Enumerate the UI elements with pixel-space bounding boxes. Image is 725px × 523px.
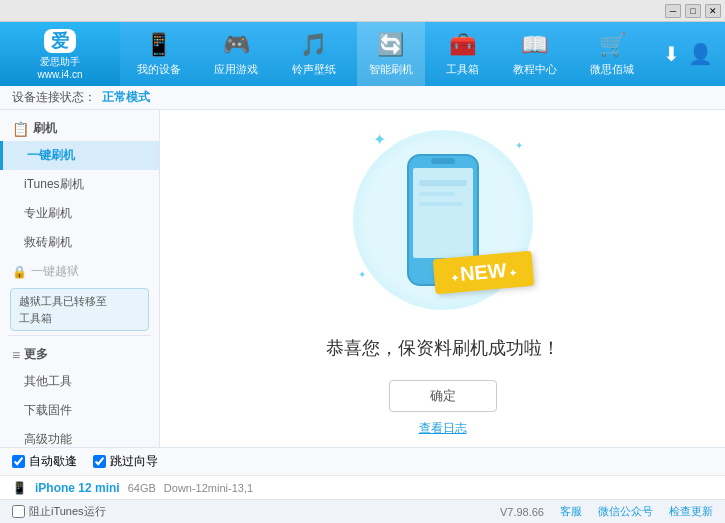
bottom-right: V7.98.66 客服 微信公众号 检查更新 bbox=[500, 504, 713, 519]
svg-rect-2 bbox=[431, 158, 455, 164]
skip-wizard-checkbox[interactable]: 跳过向导 bbox=[93, 453, 158, 470]
nav-items: 📱 我的设备 🎮 应用游戏 🎵 铃声壁纸 🔄 智能刷机 🧰 工具箱 📖 bbox=[120, 22, 651, 86]
nav-toolbox[interactable]: 🧰 工具箱 bbox=[434, 22, 491, 86]
nav-apps-games-label: 应用游戏 bbox=[214, 62, 258, 77]
device-phone-icon: 📱 bbox=[12, 481, 27, 495]
auto-close-checkbox[interactable]: 自动歇逢 bbox=[12, 453, 77, 470]
one-click-flash-label: 一键刷机 bbox=[27, 148, 75, 162]
nav-toolbox-label: 工具箱 bbox=[446, 62, 479, 77]
auto-close-input[interactable] bbox=[12, 455, 25, 468]
advanced-label: 高级功能 bbox=[24, 432, 72, 446]
close-button[interactable]: ✕ bbox=[705, 4, 721, 18]
connection-status-bar: 设备连接状态： 正常模式 bbox=[0, 86, 725, 110]
svg-rect-4 bbox=[419, 180, 467, 186]
sidebar-item-pro-flash[interactable]: 专业刷机 bbox=[0, 199, 159, 228]
sidebar-item-other-tools[interactable]: 其他工具 bbox=[0, 367, 159, 396]
nav-wechat-store[interactable]: 🛒 微思佰城 bbox=[578, 22, 646, 86]
nav-ringtone-label: 铃声壁纸 bbox=[292, 62, 336, 77]
nav-smart-flash[interactable]: 🔄 智能刷机 bbox=[357, 22, 425, 86]
check-update-link[interactable]: 检查更新 bbox=[669, 504, 713, 519]
nav-my-device[interactable]: 📱 我的设备 bbox=[125, 22, 193, 86]
svg-rect-6 bbox=[419, 202, 463, 206]
sidebar-section-flash: 📋 刷机 bbox=[0, 114, 159, 141]
logo-area: 爱 爱思助手 www.i4.cn bbox=[0, 22, 120, 86]
sidebar-divider bbox=[8, 335, 151, 336]
sidebar-item-download-firmware[interactable]: 下载固件 bbox=[0, 396, 159, 425]
device-bar: 📱 iPhone 12 mini 64GB Down-12mini-13,1 bbox=[0, 475, 725, 499]
smart-flash-icon: 🔄 bbox=[377, 32, 404, 58]
title-bar: ─ □ ✕ bbox=[0, 0, 725, 22]
jailbreak-info-box: 越狱工具已转移至工具箱 bbox=[10, 288, 149, 331]
app-window: ─ □ ✕ 爱 爱思助手 www.i4.cn 📱 我的设备 🎮 应用游戏 🎵 铃… bbox=[0, 0, 725, 523]
device-model: Down-12mini-13,1 bbox=[164, 482, 253, 494]
nav-apps-games[interactable]: 🎮 应用游戏 bbox=[202, 22, 270, 86]
nav-ringtone[interactable]: 🎵 铃声壁纸 bbox=[280, 22, 348, 86]
top-nav: 爱 爱思助手 www.i4.cn 📱 我的设备 🎮 应用游戏 🎵 铃声壁纸 🔄 … bbox=[0, 22, 725, 86]
device-storage: 64GB bbox=[128, 482, 156, 494]
auto-close-label: 自动歇逢 bbox=[29, 453, 77, 470]
success-text: 恭喜您，保资料刷机成功啦！ bbox=[326, 336, 560, 360]
title-bar-controls: ─ □ ✕ bbox=[665, 4, 721, 18]
version-label: V7.98.66 bbox=[500, 506, 544, 518]
device-name: iPhone 12 mini bbox=[35, 481, 120, 495]
confirm-button[interactable]: 确定 bbox=[389, 380, 497, 412]
rescue-flash-label: 救砖刷机 bbox=[24, 235, 72, 249]
view-log-link[interactable]: 查看日志 bbox=[419, 420, 467, 437]
status-checkbox-bar: 自动歇逢 跳过向导 bbox=[0, 447, 725, 475]
nav-right: ⬇ 👤 bbox=[651, 42, 725, 66]
logo-line2: www.i4.cn bbox=[37, 69, 82, 80]
user-button[interactable]: 👤 bbox=[688, 42, 713, 66]
skip-wizard-label: 跳过向导 bbox=[110, 453, 158, 470]
my-device-icon: 📱 bbox=[145, 32, 172, 58]
toolbox-icon: 🧰 bbox=[449, 32, 476, 58]
more-section-icon: ≡ bbox=[12, 347, 20, 363]
stop-itunes-checkbox[interactable] bbox=[12, 505, 25, 518]
sparkle-3: ✦ bbox=[358, 269, 366, 280]
nav-smart-flash-label: 智能刷机 bbox=[369, 62, 413, 77]
sidebar-item-itunes-flash[interactable]: iTunes刷机 bbox=[0, 170, 159, 199]
sidebar-item-rescue-flash[interactable]: 救砖刷机 bbox=[0, 228, 159, 257]
ringtone-icon: 🎵 bbox=[300, 32, 327, 58]
content-row: 📋 刷机 一键刷机 iTunes刷机 专业刷机 救砖刷机 🔒 一键越狱 越狱工具… bbox=[0, 110, 725, 447]
sparkle-2: ✦ bbox=[515, 140, 523, 151]
tutorial-icon: 📖 bbox=[521, 32, 548, 58]
sparkle-1: ✦ bbox=[373, 130, 386, 149]
jailbreak-info-text: 越狱工具已转移至工具箱 bbox=[19, 295, 107, 324]
pro-flash-label: 专业刷机 bbox=[24, 206, 72, 220]
maximize-button[interactable]: □ bbox=[685, 4, 701, 18]
sidebar-locked-jailbreak: 🔒 一键越狱 bbox=[0, 257, 159, 284]
other-tools-label: 其他工具 bbox=[24, 374, 72, 388]
svg-rect-5 bbox=[419, 192, 455, 196]
service-link[interactable]: 客服 bbox=[560, 504, 582, 519]
flash-section-label: 刷机 bbox=[33, 120, 57, 137]
download-firmware-label: 下载固件 bbox=[24, 403, 72, 417]
sidebar-section-more: ≡ 更多 bbox=[0, 340, 159, 367]
jailbreak-label: 一键越狱 bbox=[31, 263, 79, 280]
sidebar: 📋 刷机 一键刷机 iTunes刷机 专业刷机 救砖刷机 🔒 一键越狱 越狱工具… bbox=[0, 110, 160, 447]
phone-illustration: ✦ ✦ ✦ NEW bbox=[343, 120, 543, 320]
bottom-bar: 阻止iTunes运行 V7.98.66 客服 微信公众号 检查更新 bbox=[0, 499, 725, 523]
sidebar-item-one-click-flash[interactable]: 一键刷机 bbox=[0, 141, 159, 170]
sidebar-item-advanced[interactable]: 高级功能 bbox=[0, 425, 159, 447]
connection-mode: 正常模式 bbox=[102, 89, 150, 106]
logo-line1: 爱思助手 bbox=[40, 55, 80, 69]
wechat-public-link[interactable]: 微信公众号 bbox=[598, 504, 653, 519]
connection-label: 设备连接状态： bbox=[12, 89, 96, 106]
stop-itunes-label: 阻止iTunes运行 bbox=[29, 504, 106, 519]
flash-section-icon: 📋 bbox=[12, 121, 29, 137]
download-button[interactable]: ⬇ bbox=[663, 42, 680, 66]
more-section-label: 更多 bbox=[24, 346, 48, 363]
nav-wechat-store-label: 微思佰城 bbox=[590, 62, 634, 77]
apps-games-icon: 🎮 bbox=[223, 32, 250, 58]
logo-icon: 爱 bbox=[44, 29, 76, 53]
bottom-left: 阻止iTunes运行 bbox=[12, 504, 500, 519]
lock-icon: 🔒 bbox=[12, 265, 27, 279]
skip-wizard-input[interactable] bbox=[93, 455, 106, 468]
nav-my-device-label: 我的设备 bbox=[137, 62, 181, 77]
itunes-flash-label: iTunes刷机 bbox=[24, 177, 84, 191]
main-content: ✦ ✦ ✦ NEW 恭喜您，保资料刷机成功啦！ bbox=[160, 110, 725, 447]
wechat-store-icon: 🛒 bbox=[599, 32, 626, 58]
nav-tutorial-label: 教程中心 bbox=[513, 62, 557, 77]
nav-tutorial[interactable]: 📖 教程中心 bbox=[501, 22, 569, 86]
minimize-button[interactable]: ─ bbox=[665, 4, 681, 18]
